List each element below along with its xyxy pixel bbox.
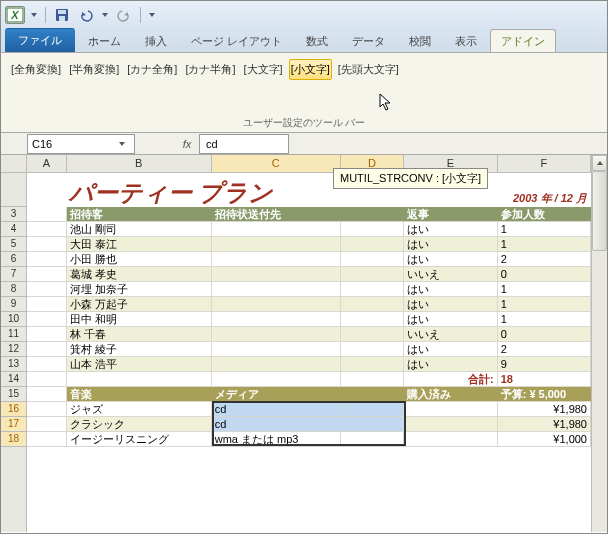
row-header[interactable]: 11 [1, 327, 26, 342]
row-header[interactable]: 17 [1, 417, 26, 432]
row-header[interactable]: 6 [1, 252, 26, 267]
toolbar-button[interactable]: [カナ全角] [125, 59, 179, 80]
row-header[interactable]: 7 [1, 267, 26, 282]
cell[interactable] [404, 432, 497, 447]
row-header[interactable]: 5 [1, 237, 26, 252]
cell[interactable]: いいえ [404, 327, 497, 342]
formula-input[interactable]: cd [199, 134, 289, 154]
cell[interactable] [341, 252, 405, 267]
scroll-thumb[interactable] [592, 171, 607, 251]
cell[interactable]: 小森 万起子 [67, 297, 212, 312]
cell[interactable]: wma または mp3 [212, 432, 341, 447]
cell[interactable] [212, 222, 341, 237]
redo-button[interactable] [114, 5, 134, 25]
row-header[interactable]: 4 [1, 222, 26, 237]
scroll-up-button[interactable] [592, 155, 607, 171]
row-header[interactable]: 14 [1, 372, 26, 387]
name-box[interactable]: C16 [27, 134, 135, 154]
cell[interactable] [27, 297, 67, 312]
cell[interactable] [212, 297, 341, 312]
cell[interactable] [27, 222, 67, 237]
cell[interactable]: 箕村 綾子 [67, 342, 212, 357]
cell[interactable] [341, 432, 405, 447]
tab-data[interactable]: データ [341, 29, 396, 52]
cell[interactable]: 購入済み [404, 387, 497, 402]
toolbar-button[interactable]: [半角変換] [67, 59, 121, 80]
cell[interactable]: はい [404, 237, 497, 252]
cell[interactable]: 河埋 加奈子 [67, 282, 212, 297]
cell[interactable]: 林 千春 [67, 327, 212, 342]
cell[interactable]: 参加人数 [498, 207, 591, 222]
cell[interactable] [404, 417, 497, 432]
cell[interactable]: 予算: ¥ 5,000 [498, 387, 591, 402]
cell[interactable]: 1 [498, 282, 591, 297]
cell[interactable]: cd [212, 417, 341, 432]
tab-page-layout[interactable]: ページ レイアウト [180, 29, 293, 52]
cell[interactable] [27, 282, 67, 297]
row-header[interactable]: 9 [1, 297, 26, 312]
cell[interactable] [212, 267, 341, 282]
row-header[interactable] [1, 173, 26, 207]
cell[interactable] [341, 402, 405, 417]
cell[interactable] [212, 282, 341, 297]
cell[interactable] [341, 342, 405, 357]
cell[interactable]: クラシック [67, 417, 212, 432]
cell[interactable]: はい [404, 342, 497, 357]
cell[interactable] [67, 372, 212, 387]
cell[interactable] [341, 327, 405, 342]
cell[interactable] [212, 312, 341, 327]
undo-dropdown-icon[interactable] [100, 10, 110, 20]
cell[interactable] [341, 222, 405, 237]
cell[interactable]: 合計: [404, 372, 497, 387]
toolbar-button[interactable]: [先頭大文字] [336, 59, 401, 80]
toolbar-button[interactable]: [カナ半角] [183, 59, 237, 80]
cell[interactable]: 0 [498, 267, 591, 282]
cell[interactable] [27, 372, 67, 387]
cell[interactable] [341, 237, 405, 252]
cell[interactable]: 招待客 [67, 207, 212, 222]
cell[interactable] [27, 387, 67, 402]
cell[interactable]: 1 [498, 222, 591, 237]
cell[interactable]: はい [404, 222, 497, 237]
cell[interactable]: ジャズ [67, 402, 212, 417]
column-header[interactable]: B [67, 155, 212, 172]
cell[interactable]: はい [404, 312, 497, 327]
cell[interactable]: 葛城 孝史 [67, 267, 212, 282]
cell[interactable] [212, 342, 341, 357]
cell[interactable] [341, 297, 405, 312]
tab-file[interactable]: ファイル [5, 28, 75, 52]
app-menu-dropdown-icon[interactable] [29, 10, 39, 20]
cell[interactable]: 音楽 [67, 387, 212, 402]
tab-formulas[interactable]: 数式 [295, 29, 339, 52]
column-header[interactable]: F [498, 155, 591, 172]
cell[interactable] [212, 357, 341, 372]
cell[interactable]: cd [212, 402, 341, 417]
cell[interactable]: 大田 泰江 [67, 237, 212, 252]
vertical-scrollbar[interactable] [591, 155, 607, 532]
tab-review[interactable]: 校閲 [398, 29, 442, 52]
cell[interactable]: 小田 勝也 [67, 252, 212, 267]
cell[interactable]: はい [404, 357, 497, 372]
row-header[interactable]: 10 [1, 312, 26, 327]
cell[interactable] [341, 267, 405, 282]
cell[interactable]: 2 [498, 252, 591, 267]
tab-insert[interactable]: 挿入 [134, 29, 178, 52]
column-header[interactable]: A [27, 155, 67, 172]
cell[interactable] [341, 387, 405, 402]
cell[interactable]: 1 [498, 237, 591, 252]
cell[interactable]: ¥1,000 [498, 432, 591, 447]
cell[interactable] [27, 312, 67, 327]
cell[interactable] [27, 432, 67, 447]
tab-view[interactable]: 表示 [444, 29, 488, 52]
cell[interactable]: ¥1,980 [498, 402, 591, 417]
undo-button[interactable] [76, 5, 96, 25]
cell[interactable] [341, 357, 405, 372]
row-header[interactable]: 12 [1, 342, 26, 357]
cell[interactable]: 9 [498, 357, 591, 372]
cell[interactable]: ¥1,980 [498, 417, 591, 432]
row-header[interactable]: 15 [1, 387, 26, 402]
cell[interactable] [27, 237, 67, 252]
cell[interactable]: はい [404, 297, 497, 312]
qat-customize-dropdown-icon[interactable] [147, 10, 157, 20]
row-header[interactable]: 8 [1, 282, 26, 297]
